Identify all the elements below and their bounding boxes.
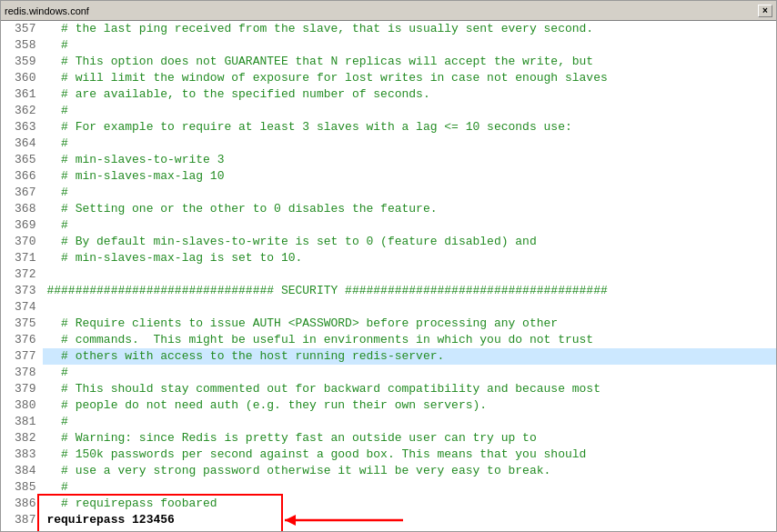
close-button[interactable]: × [758,5,772,17]
line-code: # will limit the window of exposure for … [43,70,776,86]
line-number: 381 [1,414,43,430]
line-code [43,299,776,316]
line-code: # [43,136,776,152]
line-number: 374 [1,299,43,316]
table-row: 361 # are available, to the specified nu… [1,86,776,103]
title-bar: redis.windows.conf × [1,1,776,21]
line-number: 376 [1,332,43,348]
line-number: 382 [1,430,43,447]
table-row: 383 # 150k passwords per second against … [1,447,776,463]
line-number: 368 [1,201,43,217]
main-window: redis.windows.conf × 357 # the last ping… [0,0,777,532]
table-row: 369 # [1,217,776,234]
table-row: 371 # min-slaves-max-lag is set to 10. [1,250,776,266]
line-number: 372 [1,266,43,283]
line-number: 360 [1,70,43,86]
line-code: # commands. This might be useful in envi… [43,332,776,348]
line-number: 388 [1,528,43,531]
table-row: 374 [1,299,776,316]
line-number: 367 [1,185,43,201]
line-code: # Setting one or the other to 0 disables… [43,201,776,217]
table-row: 362 # [1,103,776,119]
line-code [43,266,776,283]
line-code: # [43,365,776,381]
table-row: 359 # This option does not GUARANTEE tha… [1,54,776,70]
line-number: 387 [1,512,43,528]
line-number: 357 [1,21,43,37]
line-number: 379 [1,381,43,397]
line-code: # Warning: since Redis is pretty fast an… [43,430,776,447]
line-number: 375 [1,316,43,332]
table-row: 363 # For example to require at least 3 … [1,119,776,136]
line-code: # This should stay commented out for bac… [43,381,776,397]
line-code: # [43,103,776,119]
table-row: 388 # Command renaming. [1,528,776,531]
line-code: # Require clients to issue AUTH <PASSWOR… [43,316,776,332]
table-row: 376 # commands. This might be useful in … [1,332,776,348]
line-number: 377 [1,348,43,365]
line-number: 364 [1,136,43,152]
line-code: # min-slaves-max-lag 10 [43,168,776,185]
line-number: 369 [1,217,43,234]
line-number: 386 [1,496,43,512]
table-row: 381 # [1,414,776,430]
line-number: 383 [1,447,43,463]
line-number: 370 [1,234,43,250]
line-code: # This option does not GUARANTEE that N … [43,54,776,70]
line-number: 380 [1,397,43,414]
table-row: 382 # Warning: since Redis is pretty fas… [1,430,776,447]
line-code: # 150k passwords per second against a go… [43,447,776,463]
table-row: 357 # the last ping received from the sl… [1,21,776,37]
editor-content: 357 # the last ping received from the sl… [1,21,776,531]
table-row: 367 # [1,185,776,201]
table-row: 372 [1,266,776,283]
line-code: # For example to require at least 3 slav… [43,119,776,136]
line-number: 384 [1,463,43,479]
line-code: # are available, to the specified number… [43,86,776,103]
table-row: 384 # use a very strong password otherwi… [1,463,776,479]
line-code: # use a very strong password otherwise i… [43,463,776,479]
code-table: 357 # the last ping received from the sl… [1,21,776,531]
line-code: # min-slaves-max-lag is set to 10. [43,250,776,266]
window-title: redis.windows.conf [5,5,754,16]
table-row: 370 # By default min-slaves-to-write is … [1,234,776,250]
line-number: 373 [1,283,43,299]
table-row: 387requirepass 123456 [1,512,776,528]
line-number: 378 [1,365,43,381]
line-number: 363 [1,119,43,136]
line-code: # [43,37,776,54]
table-row: 378 # [1,365,776,381]
table-row: 380 # people do not need auth (e.g. they… [1,397,776,414]
table-row: 366 # min-slaves-max-lag 10 [1,168,776,185]
line-code: ################################ SECURIT… [43,283,776,299]
line-code: # [43,414,776,430]
line-number: 359 [1,54,43,70]
line-code: # people do not need auth (e.g. they run… [43,397,776,414]
line-code: # min-slaves-to-write 3 [43,152,776,168]
line-number: 358 [1,37,43,54]
table-row: 358 # [1,37,776,54]
line-number: 365 [1,152,43,168]
line-number: 361 [1,86,43,103]
table-row: 386 # requirepass foobared [1,496,776,512]
line-code: # the last ping received from the slave,… [43,21,776,37]
table-row: 379 # This should stay commented out for… [1,381,776,397]
code-area[interactable]: 357 # the last ping received from the sl… [1,21,776,531]
table-row: 364 # [1,136,776,152]
line-number: 362 [1,103,43,119]
table-row: 368 # Setting one or the other to 0 disa… [1,201,776,217]
line-number: 385 [1,479,43,496]
table-row: 377 # others with access to the host run… [1,348,776,365]
line-code: # [43,479,776,496]
line-code: # By default min-slaves-to-write is set … [43,234,776,250]
table-row: 365 # min-slaves-to-write 3 [1,152,776,168]
line-number: 366 [1,168,43,185]
line-code: # requirepass foobared [43,496,776,512]
line-code: # others with access to the host running… [43,348,776,365]
line-code: # [43,217,776,234]
line-number: 371 [1,250,43,266]
line-code: # [43,185,776,201]
table-row: 373################################ SECU… [1,283,776,299]
line-code: requirepass 123456 [43,512,776,528]
line-code: # Command renaming. [43,528,776,531]
